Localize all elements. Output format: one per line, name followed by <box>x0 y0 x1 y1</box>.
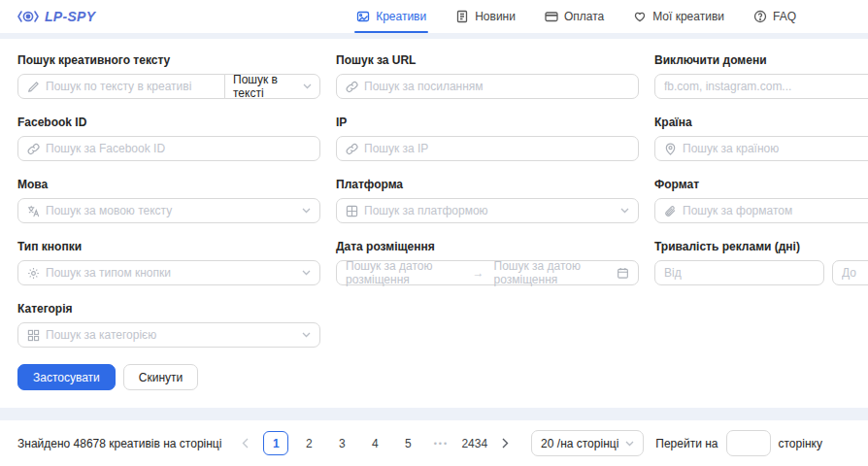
creative-text-input[interactable] <box>46 80 216 93</box>
heart-icon <box>633 10 647 23</box>
mode-value: Пошук в тексті <box>233 73 303 100</box>
nav-label: Мої креативи <box>652 10 724 23</box>
nav-label: FAQ <box>773 10 796 23</box>
nav-item-creatives[interactable]: Креативи <box>356 0 426 33</box>
field-label: Мова <box>17 178 320 191</box>
country-input[interactable] <box>683 142 868 155</box>
link-icon <box>27 143 40 155</box>
duration-to-wrap <box>832 260 868 285</box>
chevron-down-icon <box>302 208 311 214</box>
image-icon <box>356 10 370 23</box>
exclude-domains-input-wrap <box>654 74 868 99</box>
goto-page-input[interactable] <box>726 430 771 456</box>
news-icon <box>455 10 469 23</box>
pagination-ellipsis[interactable]: ••• <box>428 431 453 455</box>
exclude-domains-input[interactable] <box>664 80 868 93</box>
field-button-type: Тип кнопки Пошук за типом кнопки <box>17 240 320 285</box>
nav-item-payment[interactable]: Оплата <box>545 0 604 33</box>
field-creative-text: Пошук креативного тексту Пошук в тексті <box>17 53 320 99</box>
field-language: Мова Пошук за мовою тексту <box>17 178 320 223</box>
facebook-id-input[interactable] <box>46 142 311 155</box>
facebook-id-input-wrap <box>17 136 320 161</box>
reset-button[interactable]: Скинути <box>123 364 198 390</box>
date-end-placeholder[interactable]: Пошук за датою розміщення <box>494 259 612 286</box>
eye-logo-icon <box>17 10 39 23</box>
goto-suffix: сторінку <box>779 437 822 450</box>
field-label: Дата розміщення <box>336 240 639 253</box>
platform-select[interactable]: Пошук за платформою <box>336 198 639 223</box>
ip-input[interactable] <box>364 142 629 155</box>
pagination-page-5[interactable]: 5 <box>395 431 420 455</box>
chevron-down-icon <box>302 270 311 276</box>
pagination-next[interactable] <box>492 431 517 455</box>
question-icon <box>753 10 767 23</box>
duration-to-input[interactable] <box>842 266 868 280</box>
category-grid-icon <box>27 329 40 342</box>
field-ip: IP <box>336 116 639 161</box>
nav-item-news[interactable]: Новини <box>455 0 516 33</box>
field-format: Формат <box>654 178 868 223</box>
pagination-page-4[interactable]: 4 <box>362 431 387 455</box>
nav-label: Креативи <box>376 10 426 23</box>
ip-input-wrap <box>336 136 639 161</box>
pagination-page-1[interactable]: 1 <box>263 431 288 455</box>
calendar-icon <box>617 267 629 280</box>
brand-logo[interactable]: LP-SPY <box>17 0 95 33</box>
field-facebook-id: Facebook ID <box>17 116 320 161</box>
url-input-wrap <box>336 74 639 99</box>
date-range-picker[interactable]: Пошук за датою розміщення → Пошук за дат… <box>336 260 639 285</box>
url-input[interactable] <box>364 80 629 93</box>
gear-icon <box>27 267 40 280</box>
category-placeholder: Пошук за категорією <box>46 328 296 342</box>
chevron-down-icon <box>303 83 312 89</box>
field-label: Пошук за URL <box>336 53 639 67</box>
pagination-page-2[interactable]: 2 <box>296 431 321 455</box>
field-label: Тривалість реклами (дні) <box>654 240 868 253</box>
field-label: Категорія <box>17 302 320 316</box>
location-pin-icon <box>664 143 677 155</box>
nav-item-my-creatives[interactable]: Мої креативи <box>633 0 724 33</box>
field-exclude-domains: Виключити домени <box>654 53 868 99</box>
apply-button[interactable]: Застосувати <box>17 364 116 390</box>
language-icon <box>27 205 40 217</box>
creative-text-input-wrap <box>17 74 225 99</box>
filter-panel: Пошук креативного тексту Пошук в тексті … <box>0 39 868 408</box>
nav-item-faq[interactable]: FAQ <box>753 0 796 33</box>
link-icon <box>346 81 358 93</box>
field-label: IP <box>336 116 639 129</box>
platform-grid-icon <box>346 205 358 217</box>
field-label: Платформа <box>336 178 639 191</box>
field-label: Пошук креативного тексту <box>17 53 320 67</box>
field-country: Країна <box>654 116 868 161</box>
pagination-page-3[interactable]: 3 <box>329 431 354 455</box>
goto-label: Перейти на <box>655 437 718 450</box>
chevron-down-icon <box>620 208 629 214</box>
button-type-placeholder: Пошук за типом кнопки <box>46 266 296 280</box>
pagination-prev[interactable] <box>233 431 258 455</box>
field-label: Facebook ID <box>17 116 320 129</box>
text-search-mode-select[interactable]: Пошук в тексті <box>224 74 320 99</box>
language-select[interactable]: Пошук за мовою тексту <box>17 198 320 223</box>
language-placeholder: Пошук за мовою тексту <box>46 204 296 217</box>
brand-name: LP-SPY <box>45 9 95 24</box>
country-input-wrap <box>654 136 868 161</box>
platform-placeholder: Пошук за платформою <box>364 204 615 217</box>
format-input-wrap <box>654 198 868 223</box>
duration-from-wrap <box>654 260 824 285</box>
pagination-last-page[interactable]: 2434 <box>461 431 487 455</box>
format-input[interactable] <box>683 204 868 217</box>
link-icon <box>346 143 358 155</box>
field-label: Формат <box>654 178 868 191</box>
category-select[interactable]: Пошук за категорією <box>17 322 320 348</box>
date-start-placeholder[interactable]: Пошук за датою розміщення <box>346 259 463 286</box>
results-bar: Знайдено 48678 креативів на сторінці 1 2… <box>0 420 868 466</box>
button-type-select[interactable]: Пошук за типом кнопки <box>17 260 320 285</box>
page-size-value: 20 /на сторінці <box>541 437 618 450</box>
results-summary: Знайдено 48678 креативів на сторінці <box>17 437 221 450</box>
nav-label: Оплата <box>564 10 604 23</box>
field-label: Країна <box>654 116 868 129</box>
field-duration: Тривалість реклами (дні) <box>654 240 868 285</box>
nav-label: Новини <box>475 10 516 23</box>
duration-from-input[interactable] <box>664 266 815 280</box>
page-size-select[interactable]: 20 /на сторінці <box>531 430 644 456</box>
